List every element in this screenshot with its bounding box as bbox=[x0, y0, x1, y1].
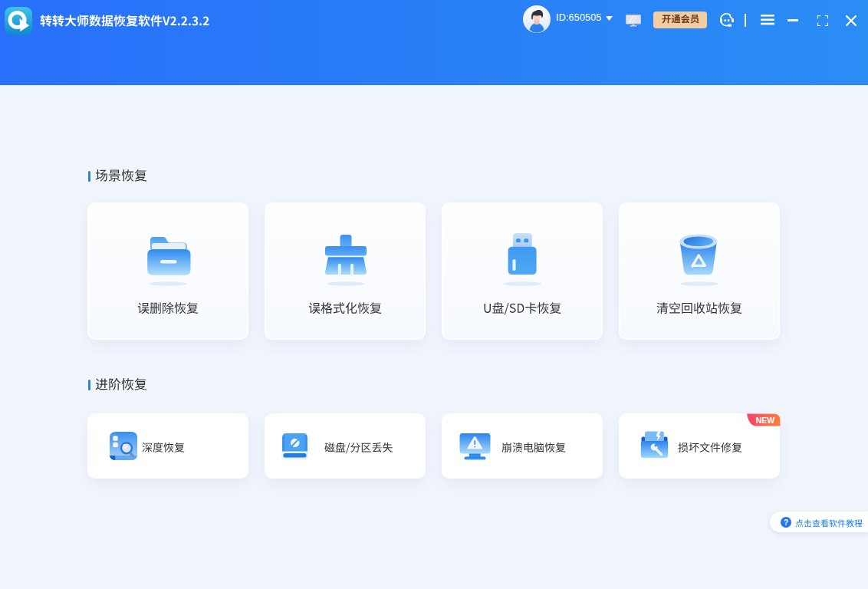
svg-text:?: ? bbox=[784, 518, 788, 527]
svg-text:NEW: NEW bbox=[755, 415, 774, 424]
